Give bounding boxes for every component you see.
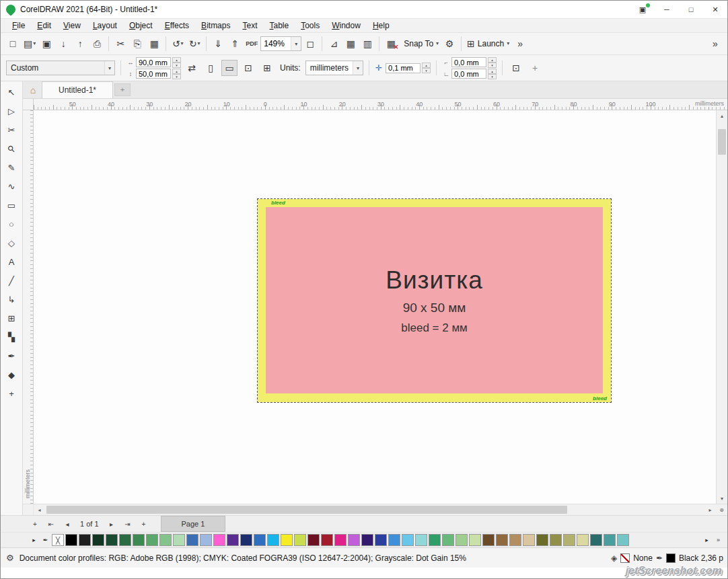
connector-tool[interactable]: ↳ bbox=[3, 293, 20, 306]
palette-swatch[interactable] bbox=[617, 534, 629, 546]
menu-effects[interactable]: Effects bbox=[159, 20, 195, 32]
height-spin-up[interactable]: ▴ bbox=[172, 69, 181, 74]
palette-swatch[interactable] bbox=[186, 534, 198, 546]
publish-pdf-button[interactable]: PDF bbox=[244, 36, 260, 52]
nudge-spin-down[interactable]: ▾ bbox=[422, 68, 431, 73]
palette-swatch[interactable] bbox=[240, 534, 252, 546]
status-options-button[interactable]: ⚙ bbox=[6, 553, 14, 563]
account-button[interactable]: ▣ bbox=[630, 1, 655, 18]
palette-swatch[interactable] bbox=[200, 534, 212, 546]
snap-to-dropdown[interactable]: Snap To▾ bbox=[400, 36, 441, 52]
horizontal-ruler[interactable]: 50403020100102030405060708090100 bbox=[34, 99, 727, 110]
drawing-canvas[interactable]: bleed bleed Визитка 90 x 50 мм bleed = 2… bbox=[34, 110, 716, 504]
menu-layout[interactable]: Layout bbox=[87, 20, 123, 32]
page-width-input[interactable] bbox=[136, 57, 171, 67]
current-page-layout-button[interactable]: ⊡ bbox=[240, 60, 256, 76]
redo-button[interactable]: ↻▾ bbox=[186, 36, 203, 52]
palette-eyedropper-button[interactable]: ✒ bbox=[40, 534, 50, 546]
menu-table[interactable]: Table bbox=[263, 20, 295, 32]
palette-swatch[interactable] bbox=[119, 534, 131, 546]
interactive-fill-tool[interactable]: ◆ bbox=[3, 368, 20, 381]
portrait-button[interactable]: ▯ bbox=[203, 60, 219, 76]
palette-swatch[interactable] bbox=[65, 534, 77, 546]
outline-color-swatch[interactable] bbox=[666, 553, 676, 563]
scroll-left-button[interactable]: ◂ bbox=[34, 504, 45, 515]
dup-y-spin-up[interactable]: ▴ bbox=[488, 69, 497, 74]
menu-view[interactable]: View bbox=[57, 20, 87, 32]
menu-text[interactable]: Text bbox=[236, 20, 263, 32]
palette-swatch[interactable] bbox=[267, 534, 279, 546]
paste-button[interactable]: ▦ bbox=[146, 36, 162, 52]
next-page-button[interactable]: ▸ bbox=[104, 517, 119, 531]
palette-swatch[interactable] bbox=[159, 534, 172, 546]
ruler-origin-corner[interactable] bbox=[23, 99, 34, 110]
palette-swatch[interactable] bbox=[388, 534, 400, 546]
palette-swatch[interactable] bbox=[348, 534, 360, 546]
maximize-button[interactable]: □ bbox=[679, 1, 703, 18]
show-guidelines-button[interactable]: ▥ bbox=[359, 36, 375, 52]
first-page-button[interactable]: ⇤ bbox=[44, 517, 59, 531]
horizontal-scroll-track[interactable] bbox=[45, 504, 704, 515]
dimension-tool[interactable]: ╱ bbox=[3, 274, 20, 287]
palette-swatch[interactable] bbox=[429, 534, 441, 546]
welcome-home-button[interactable]: ⌂ bbox=[24, 82, 42, 98]
quick-zoom-button[interactable]: ⊕ bbox=[716, 504, 727, 515]
palette-swatch[interactable] bbox=[133, 534, 145, 546]
palette-swatch[interactable] bbox=[375, 534, 387, 546]
import-button[interactable]: ↓ bbox=[55, 36, 71, 52]
palette-swatch[interactable] bbox=[590, 534, 602, 546]
palette-swatch[interactable] bbox=[173, 534, 185, 546]
rectangle-tool[interactable]: ▭ bbox=[3, 198, 20, 212]
shape-tool[interactable]: ▷ bbox=[3, 104, 20, 118]
artistic-media-tool[interactable]: ∿ bbox=[3, 180, 20, 193]
cut-button[interactable]: ✂ bbox=[112, 36, 129, 52]
save-button[interactable]: ▣ bbox=[38, 36, 54, 52]
minimize-button[interactable]: ─ bbox=[655, 1, 679, 18]
menu-tools[interactable]: Tools bbox=[295, 20, 326, 32]
qr-code-tool[interactable]: ⊞ bbox=[3, 311, 20, 325]
palette-swatch[interactable] bbox=[577, 534, 589, 546]
palette-swatch[interactable] bbox=[146, 534, 158, 546]
zoom-tool[interactable]: ⚲ bbox=[3, 142, 20, 155]
undo-button[interactable]: ↺▾ bbox=[170, 36, 186, 52]
palette-swatch[interactable] bbox=[496, 534, 508, 546]
no-color-swatch[interactable]: ╳ bbox=[52, 534, 64, 546]
freehand-tool[interactable]: ✎ bbox=[3, 161, 20, 174]
palette-swatch[interactable] bbox=[536, 534, 548, 546]
swap-dimensions-button[interactable]: ⇄ bbox=[184, 60, 200, 76]
palette-swatch[interactable] bbox=[402, 534, 414, 546]
zoom-level-input[interactable] bbox=[261, 37, 291, 50]
page-height-input[interactable] bbox=[136, 69, 171, 79]
vertical-scroll-track[interactable] bbox=[717, 121, 727, 493]
add-page-after-button[interactable]: + bbox=[137, 517, 151, 531]
palette-swatch[interactable] bbox=[563, 534, 575, 546]
add-page-button[interactable]: + bbox=[28, 517, 42, 531]
page-preset-dropdown-button[interactable]: ▾ bbox=[104, 61, 114, 75]
menu-object[interactable]: Object bbox=[123, 20, 159, 32]
units-combo[interactable]: millimeters ▾ bbox=[305, 61, 363, 75]
scroll-up-button[interactable]: ▴ bbox=[717, 110, 727, 121]
palette-swatch[interactable] bbox=[482, 534, 495, 546]
export-file-button[interactable]: ⇑ bbox=[227, 36, 243, 52]
units-dropdown-button[interactable]: ▾ bbox=[353, 61, 363, 75]
dup-x-spin-down[interactable]: ▾ bbox=[488, 63, 497, 68]
crop-tool[interactable]: ✂ bbox=[3, 123, 20, 137]
launch-dropdown[interactable]: ⊞Launch▾ bbox=[465, 36, 511, 52]
palette-swatch[interactable] bbox=[213, 534, 225, 546]
nudge-spin-up[interactable]: ▴ bbox=[422, 63, 431, 68]
last-page-button[interactable]: ⇥ bbox=[120, 517, 135, 531]
palette-scroll-button[interactable]: ▸ bbox=[702, 534, 712, 546]
pick-tool[interactable]: ↖ bbox=[3, 85, 20, 99]
scroll-down-button[interactable]: ▾ bbox=[717, 493, 727, 504]
palette-swatch[interactable] bbox=[509, 534, 521, 546]
fill-color-swatch[interactable] bbox=[620, 553, 630, 563]
dup-x-spin-up[interactable]: ▴ bbox=[488, 57, 497, 63]
scroll-right-button[interactable]: ▸ bbox=[704, 504, 716, 515]
new-document-button[interactable]: □ bbox=[5, 36, 21, 52]
menu-help[interactable]: Help bbox=[367, 20, 396, 32]
palette-swatch[interactable] bbox=[334, 534, 347, 546]
document-tab-active[interactable]: Untitled-1* bbox=[42, 81, 113, 98]
width-spin-up[interactable]: ▴ bbox=[172, 57, 181, 63]
palette-overflow-button[interactable]: » bbox=[713, 534, 723, 546]
menu-bitmaps[interactable]: Bitmaps bbox=[195, 20, 236, 32]
